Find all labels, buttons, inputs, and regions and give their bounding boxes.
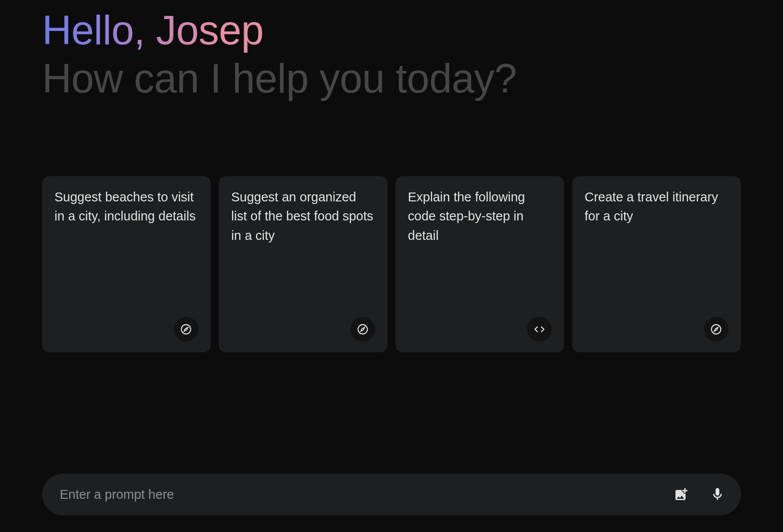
card-text: Create a travel itinerary for a city [585, 188, 729, 226]
suggestion-card-food[interactable]: Suggest an organized list of the best fo… [219, 176, 388, 352]
greeting-title: Hello, Josep [42, 9, 741, 52]
compass-icon [174, 317, 198, 342]
suggestion-card-code[interactable]: Explain the following code step-by-step … [395, 176, 564, 352]
prompt-input[interactable] [60, 487, 671, 502]
code-icon [527, 317, 552, 342]
input-icons [671, 484, 728, 505]
card-text: Explain the following code step-by-step … [408, 188, 552, 246]
greeting-hello: Hello, Josep [42, 8, 264, 53]
suggestion-card-itinerary[interactable]: Create a travel itinerary for a city [572, 176, 741, 352]
compass-icon [704, 317, 729, 342]
suggestion-cards: Suggest beaches to visit in a city, incl… [42, 176, 741, 352]
microphone-icon[interactable] [707, 484, 728, 505]
greeting-subtitle: How can I help you today? [42, 56, 741, 101]
compass-icon [350, 317, 375, 342]
suggestion-card-beaches[interactable]: Suggest beaches to visit in a city, incl… [42, 176, 211, 352]
prompt-input-bar [42, 474, 741, 515]
add-image-icon[interactable] [671, 484, 691, 505]
card-text: Suggest an organized list of the best fo… [231, 188, 375, 246]
card-text: Suggest beaches to visit in a city, incl… [54, 188, 198, 226]
